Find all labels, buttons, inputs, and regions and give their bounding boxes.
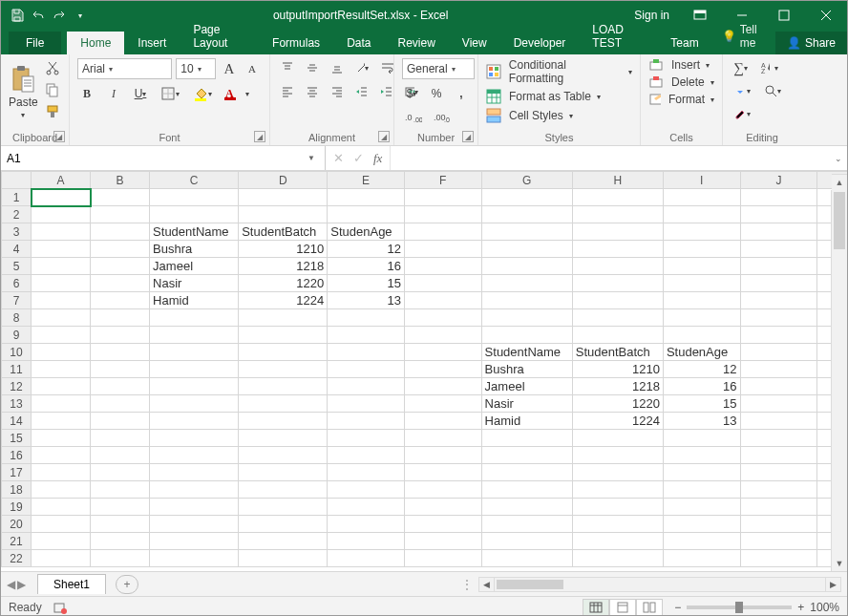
cell[interactable]	[239, 413, 328, 430]
cell[interactable]	[740, 378, 817, 395]
cell[interactable]	[91, 241, 150, 258]
redo-icon[interactable]	[51, 7, 68, 24]
column-header[interactable]: G	[481, 172, 572, 189]
cell[interactable]	[150, 447, 239, 464]
cell[interactable]	[239, 516, 328, 533]
cell[interactable]	[328, 413, 405, 430]
cell[interactable]	[663, 189, 740, 206]
row-header[interactable]: 9	[2, 327, 32, 344]
cell[interactable]	[663, 206, 740, 223]
cell[interactable]	[481, 241, 572, 258]
cell[interactable]	[91, 550, 150, 567]
cell[interactable]	[150, 430, 239, 447]
tell-me[interactable]: 💡Tell me	[712, 18, 775, 54]
conditional-formatting-button[interactable]: Conditional Formatting▾	[486, 58, 632, 85]
cell[interactable]	[404, 413, 481, 430]
row-header[interactable]: 13	[2, 395, 32, 413]
row-header[interactable]: 8	[2, 309, 32, 327]
cell[interactable]	[404, 430, 481, 447]
cell[interactable]	[740, 223, 817, 241]
cell[interactable]	[572, 516, 663, 533]
cell[interactable]: 1220	[239, 275, 328, 292]
border-icon[interactable]: ▾	[158, 84, 182, 103]
cell[interactable]	[32, 550, 91, 567]
cell[interactable]	[740, 327, 817, 344]
column-header[interactable]: F	[404, 172, 481, 189]
column-header[interactable]: A	[32, 172, 91, 189]
underline-button[interactable]: U ▾	[131, 84, 150, 103]
cell[interactable]	[404, 223, 481, 241]
cell[interactable]	[740, 550, 817, 567]
cell[interactable]	[328, 327, 405, 344]
cell[interactable]	[150, 309, 239, 327]
paste-button[interactable]: Paste ▾	[9, 61, 38, 119]
horizontal-scrollbar[interactable]: ◀ ▶	[478, 577, 841, 592]
fill-icon[interactable]: ▾	[731, 81, 753, 100]
row-header[interactable]: 15	[2, 430, 32, 447]
cell[interactable]	[328, 395, 405, 413]
number-dialog-icon[interactable]: ◢	[462, 131, 474, 142]
cell[interactable]	[239, 481, 328, 499]
cell[interactable]	[32, 481, 91, 499]
cell[interactable]	[32, 327, 91, 344]
cell[interactable]	[572, 189, 663, 206]
cell[interactable]	[663, 481, 740, 499]
cell[interactable]	[663, 533, 740, 550]
cell[interactable]	[91, 430, 150, 447]
tab-page-layout[interactable]: Page Layout	[180, 18, 259, 54]
cell[interactable]	[32, 430, 91, 447]
cell[interactable]: StudentName	[481, 344, 572, 361]
cell[interactable]	[239, 430, 328, 447]
expand-formula-bar-icon[interactable]: ⌄	[830, 146, 847, 170]
align-right-icon[interactable]	[328, 82, 347, 101]
scroll-thumb[interactable]	[834, 192, 845, 249]
cell[interactable]: 16	[663, 378, 740, 395]
row-header[interactable]: 2	[2, 206, 32, 223]
cell[interactable]	[150, 464, 239, 481]
cell[interactable]: StudentBatch	[572, 344, 663, 361]
row-header[interactable]: 20	[2, 516, 32, 533]
cell[interactable]	[328, 533, 405, 550]
insert-cells-button[interactable]: Insert▾	[648, 58, 714, 72]
clear-icon[interactable]: ▾	[731, 104, 753, 123]
row-header[interactable]: 17	[2, 464, 32, 481]
normal-view-icon[interactable]	[583, 599, 609, 616]
row-header[interactable]: 14	[2, 413, 32, 430]
cell[interactable]	[404, 378, 481, 395]
cell[interactable]	[32, 206, 91, 223]
cell[interactable]	[91, 223, 150, 241]
cell[interactable]	[91, 413, 150, 430]
cell[interactable]	[481, 516, 572, 533]
font-name-select[interactable]: Arial▾	[77, 58, 172, 79]
close-button[interactable]	[805, 1, 847, 30]
cell[interactable]	[404, 533, 481, 550]
cell[interactable]	[328, 464, 405, 481]
cell[interactable]	[740, 499, 817, 516]
cell[interactable]	[404, 361, 481, 378]
cell[interactable]	[404, 464, 481, 481]
increase-font-icon[interactable]: A	[220, 59, 239, 78]
cell[interactable]	[481, 223, 572, 241]
cell[interactable]	[239, 464, 328, 481]
qat-dropdown-icon[interactable]: ▾	[72, 7, 89, 24]
cell[interactable]	[239, 344, 328, 361]
cell[interactable]: Bushra	[150, 241, 239, 258]
tab-data[interactable]: Data	[333, 32, 384, 54]
format-as-table-button[interactable]: Format as Table▾	[486, 89, 632, 104]
fx-icon[interactable]: fx	[373, 151, 382, 166]
font-dialog-icon[interactable]: ◢	[254, 131, 265, 142]
cell[interactable]	[481, 499, 572, 516]
cell[interactable]	[32, 344, 91, 361]
cell[interactable]: 16	[328, 258, 405, 275]
cell[interactable]	[91, 533, 150, 550]
cell[interactable]	[740, 481, 817, 499]
select-all-corner[interactable]	[2, 172, 32, 189]
cell[interactable]	[150, 516, 239, 533]
cell[interactable]	[663, 258, 740, 275]
cell[interactable]: 12	[328, 241, 405, 258]
zoom-out-button[interactable]: −	[674, 601, 681, 614]
decrease-decimal-icon[interactable]: .00.0	[431, 108, 454, 127]
cell[interactable]	[740, 275, 817, 292]
cell[interactable]	[572, 464, 663, 481]
cell[interactable]: 1218	[239, 258, 328, 275]
